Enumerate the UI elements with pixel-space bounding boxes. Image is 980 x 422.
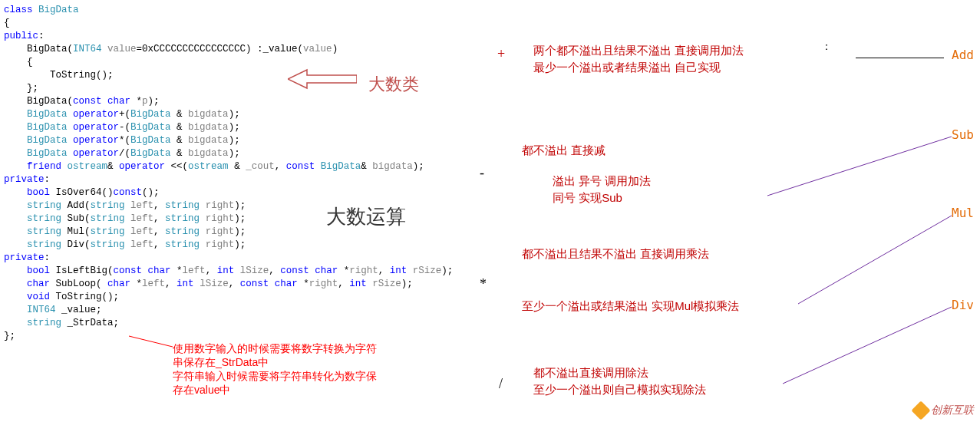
note-line-3: 字符串输入时候需要将字符串转化为数字保 (173, 370, 377, 382)
minus-line-2: 溢出 异号 调用加法 (553, 174, 651, 187)
add-label: Add (952, 48, 974, 62)
plus-desc: 两个都不溢出且结果不溢出 直接调用加法 最少一个溢出或者结果溢出 自己实现 (533, 42, 744, 76)
plus-line-2: 最少一个溢出或者结果溢出 自己实现 (533, 61, 721, 74)
tostring-note: 使用数字输入的时候需要将数字转换为字符 串保存在_StrData中 字符串输入时… (173, 341, 418, 397)
note-line-1: 使用数字输入的时候需要将数字转换为字符 (173, 342, 377, 354)
mul-desc-2: 至少一个溢出或结果溢出 实现Mul模拟乘法 (522, 298, 739, 315)
watermark-logo-icon (911, 401, 930, 420)
div-line-1: 都不溢出直接调用除法 (533, 366, 648, 379)
sub-label: Sub (952, 127, 974, 142)
mul-symbol: * (480, 276, 487, 292)
operations-pane: + 两个都不溢出且结果不溢出 直接调用加法 最少一个溢出或者结果溢出 自己实现 … (476, 0, 975, 422)
calc-label: 大数运算 (326, 203, 406, 230)
div-label: Div (952, 298, 974, 312)
note-line-2: 串保存在_StrData中 (173, 356, 269, 368)
minus-desc-2: 溢出 异号 调用加法 同号 实现Sub (553, 173, 651, 206)
plus-separator (856, 58, 944, 58)
mul-label: Mul (952, 206, 974, 220)
left-arrow-icon (288, 68, 357, 91)
plus-line-1: 两个都不溢出且结果不溢出 直接调用加法 (533, 44, 744, 57)
note-line-4: 存在value中 (173, 384, 230, 396)
watermark: 创新互联 (914, 404, 974, 417)
mul-desc-1: 都不溢出且结果不溢出 直接调用乘法 (522, 246, 709, 262)
div-line-2: 至少一个溢出则自己模拟实现除法 (533, 383, 706, 396)
plus-colon: ： (821, 40, 832, 54)
minus-line-3: 同号 实现Sub (553, 191, 622, 204)
div-symbol: / (499, 376, 503, 392)
minus-desc-1: 都不溢出 直接减 (522, 142, 605, 159)
div-desc: 都不溢出直接调用除法 至少一个溢出则自己模拟实现除法 (533, 364, 706, 398)
minus-symbol: - (480, 165, 484, 181)
plus-symbol: + (497, 46, 505, 62)
class-label: 大数类 (368, 73, 419, 96)
watermark-text: 创新互联 (931, 404, 974, 417)
